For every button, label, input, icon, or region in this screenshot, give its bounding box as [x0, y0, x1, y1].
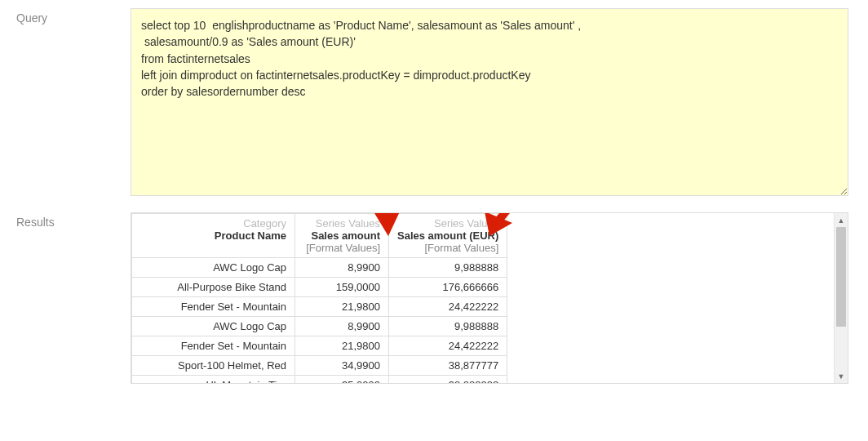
table-row[interactable]: AWC Logo Cap8,99009,988888 — [132, 258, 507, 278]
col-header-sales-eur[interactable]: Series Values Sales amount (EUR) [Format… — [389, 214, 507, 258]
scroll-track[interactable] — [835, 227, 848, 369]
cell-product-name: Fender Set - Mountain — [132, 297, 295, 317]
format-values-link-2[interactable]: [Format Values] — [397, 242, 498, 254]
table-row[interactable]: Fender Set - Mountain21,980024,422222 — [132, 336, 507, 356]
cell-product-name: AWC Logo Cap — [132, 258, 295, 278]
cell-sales-amount: 35,0000 — [295, 376, 389, 384]
scroll-down-button[interactable]: ▼ — [835, 369, 848, 383]
cell-sales-amount: 34,9900 — [295, 356, 389, 376]
cell-product-name: Sport-100 Helmet, Red — [132, 356, 295, 376]
cell-product-name: AWC Logo Cap — [132, 317, 295, 336]
table-row[interactable]: Fender Set - Mountain21,980024,422222 — [132, 297, 507, 317]
header-top-category: Category — [140, 217, 286, 229]
cell-sales-eur: 9,988888 — [389, 258, 507, 278]
cell-sales-eur: 24,422222 — [389, 336, 507, 356]
query-label: Query — [16, 8, 131, 24]
results-label: Results — [16, 212, 131, 229]
cell-sales-amount: 8,9900 — [295, 258, 389, 278]
cell-product-name: HL Mountain Tire — [132, 376, 295, 384]
cell-product-name: Fender Set - Mountain — [132, 336, 295, 356]
results-scroll-area: Category Product Name Series Values Sale… — [131, 213, 834, 383]
header-top-series-1: Series Values — [303, 217, 380, 229]
cell-sales-eur: 24,422222 — [389, 297, 507, 317]
cell-sales-eur: 9,988888 — [389, 317, 507, 336]
header-main-sales: Sales amount — [303, 229, 380, 242]
header-main-sales-eur: Sales amount (EUR) — [397, 229, 498, 242]
cell-sales-eur: 38,877777 — [389, 356, 507, 376]
results-container: Category Product Name Series Values Sale… — [131, 212, 848, 384]
format-values-link-1[interactable]: [Format Values] — [303, 242, 380, 254]
cell-sales-amount: 159,0000 — [295, 278, 389, 297]
cell-sales-amount: 8,9900 — [295, 317, 389, 336]
cell-sales-amount: 21,9800 — [295, 336, 389, 356]
header-main-name: Product Name — [140, 229, 286, 242]
query-input[interactable] — [131, 8, 848, 196]
results-section: Results Category Product Name — [16, 212, 852, 384]
results-scrollbar[interactable]: ▲ ▼ — [834, 213, 848, 383]
cell-sales-eur: 38,888888 — [389, 376, 507, 384]
table-row[interactable]: HL Mountain Tire35,000038,888888 — [132, 376, 507, 384]
table-row[interactable]: All-Purpose Bike Stand159,0000176,666666 — [132, 278, 507, 297]
query-section: Query — [16, 8, 852, 196]
col-header-sales[interactable]: Series Values Sales amount [Format Value… — [295, 214, 389, 258]
header-top-series-2: Series Values — [397, 217, 498, 229]
results-table: Category Product Name Series Values Sale… — [131, 213, 507, 383]
table-row[interactable]: AWC Logo Cap8,99009,988888 — [132, 317, 507, 336]
cell-sales-eur: 176,666666 — [389, 278, 507, 297]
cell-product-name: All-Purpose Bike Stand — [132, 278, 295, 297]
scroll-thumb[interactable] — [836, 227, 846, 327]
table-row[interactable]: Sport-100 Helmet, Red34,990038,877777 — [132, 356, 507, 376]
scroll-up-button[interactable]: ▲ — [835, 213, 848, 227]
col-header-category: Category Product Name — [132, 214, 295, 258]
cell-sales-amount: 21,9800 — [295, 297, 389, 317]
